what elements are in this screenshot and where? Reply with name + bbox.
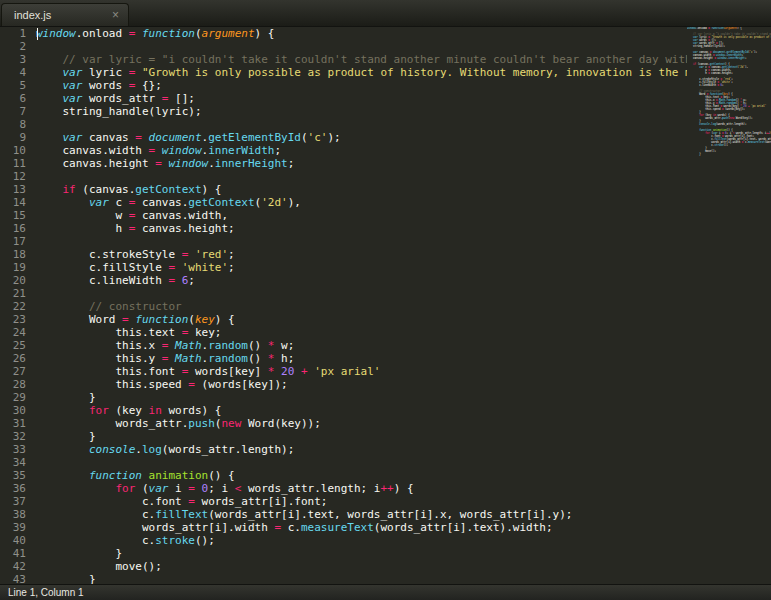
code-text: if (canvas.getContext) { bbox=[36, 183, 221, 196]
code-token: this.x bbox=[36, 339, 162, 352]
code-token: . bbox=[208, 157, 215, 170]
code-line: 3 // var lyric = "i couldn't take it cou… bbox=[0, 53, 771, 66]
code-token: h bbox=[36, 222, 129, 235]
code-line: 17 bbox=[0, 235, 771, 248]
text-cursor bbox=[37, 28, 38, 40]
code-line: 26 this.y = Math.random() * h; bbox=[0, 352, 771, 365]
code-token: console bbox=[699, 123, 710, 126]
close-icon[interactable]: × bbox=[112, 9, 119, 21]
code-token bbox=[36, 443, 89, 456]
code-text: h = canvas.height; bbox=[687, 72, 733, 75]
code-text: var c = canvas.getContext('2d'), bbox=[36, 196, 301, 209]
code-token: window bbox=[162, 144, 202, 157]
line-number: 21 bbox=[0, 287, 36, 300]
line-number: 34 bbox=[0, 456, 36, 469]
code-line: 30 for (key in words) { bbox=[0, 404, 771, 417]
code-token: canvas bbox=[82, 131, 135, 144]
code-token: this.speed bbox=[36, 378, 188, 391]
code-text: this.x = Math.random() * w; bbox=[36, 339, 294, 352]
code-token: []; bbox=[168, 92, 195, 105]
code-line: 25 this.x = Math.random() * w; bbox=[0, 339, 771, 352]
code-token: window bbox=[168, 157, 208, 170]
code-token bbox=[155, 144, 162, 157]
line-number: 18 bbox=[0, 248, 36, 261]
line-number: 30 bbox=[0, 404, 36, 417]
code-token: move(); bbox=[36, 560, 162, 573]
code-text: c.lineWidth = 6; bbox=[687, 84, 724, 87]
line-number: 38 bbox=[0, 508, 36, 521]
code-token bbox=[36, 404, 89, 417]
code-token: c.lineWidth bbox=[687, 84, 717, 87]
code-text: w = canvas.width, bbox=[36, 209, 228, 222]
code-token: for bbox=[89, 404, 109, 417]
code-text: for (key in words) { bbox=[36, 404, 221, 417]
code-text: canvas.width = window.innerWidth; bbox=[36, 144, 281, 157]
code-line: 43 } bbox=[0, 573, 771, 584]
code-token: i bbox=[168, 482, 188, 495]
line-number: 24 bbox=[0, 326, 36, 339]
code-text: string_handle(lyric); bbox=[687, 45, 725, 48]
line-number: 3 bbox=[0, 53, 36, 66]
code-text bbox=[36, 456, 43, 469]
code-token: "Growth is only possible as product of h… bbox=[711, 36, 771, 39]
code-text: console.log(words_attr.length); bbox=[687, 123, 746, 126]
code-token: (words[key]); bbox=[195, 378, 288, 391]
code-line: 36 for (var i = 0; i < words_attr.length… bbox=[0, 482, 771, 495]
code-token bbox=[175, 261, 182, 274]
code-token: (words_attr.length); bbox=[162, 443, 294, 456]
code-token: h; bbox=[274, 352, 294, 365]
code-text: h = canvas.height; bbox=[36, 222, 235, 235]
code-token: words_attr[i].font; bbox=[195, 495, 327, 508]
code-line: 35 function animation() { bbox=[0, 469, 771, 482]
code-token: ) { bbox=[215, 313, 235, 326]
line-number: 33 bbox=[0, 443, 36, 456]
code-token: } bbox=[36, 391, 96, 404]
code-line: 23 Word = function(key) { bbox=[0, 313, 771, 326]
code-token: document bbox=[149, 131, 202, 144]
code-line: 14 var c = canvas.getContext('2d'), bbox=[0, 196, 771, 209]
line-number: 39 bbox=[0, 521, 36, 534]
code-token bbox=[36, 482, 115, 495]
code-token: console bbox=[89, 443, 135, 456]
code-token: (words_attr[i].text).width; bbox=[765, 141, 771, 144]
code-line: 18 c.strokeStyle = 'red'; bbox=[0, 248, 771, 261]
code-token: = bbox=[135, 131, 142, 144]
code-text: window.onload = function(argument) { bbox=[687, 27, 742, 30]
line-number: 16 bbox=[0, 222, 36, 235]
code-line: 37 c.font = words_attr[i].font; bbox=[0, 495, 771, 508]
line-number: 22 bbox=[0, 300, 36, 313]
line-number: 7 bbox=[0, 105, 36, 118]
code-token: (key bbox=[109, 404, 149, 417]
code-token: ++ bbox=[380, 482, 393, 495]
code-token: = bbox=[122, 313, 129, 326]
code-token: ); bbox=[327, 131, 340, 144]
code-token: ) { bbox=[737, 27, 742, 30]
code-line: 19 c.fillStyle = 'white'; bbox=[0, 261, 771, 274]
code-token: var bbox=[63, 66, 83, 79]
code-token: "Growth is only possible as product of h… bbox=[142, 66, 751, 79]
code-token bbox=[195, 482, 202, 495]
code-token: Word bbox=[36, 313, 122, 326]
code-line: 40 c.stroke(); bbox=[0, 534, 771, 547]
code-token: ), bbox=[745, 66, 748, 69]
code-token: (words_attr[i].text, words_attr[i].x, wo… bbox=[208, 508, 572, 521]
code-token: ), bbox=[288, 196, 301, 209]
code-token: // var lyric = "i couldn't take it could… bbox=[36, 53, 738, 66]
code-editor[interactable]: 1window.onload = function(argument) {2 3… bbox=[0, 27, 771, 584]
minimap[interactable]: window.onload = function(argument) { // … bbox=[687, 27, 771, 584]
code-token: h bbox=[687, 72, 708, 75]
code-token bbox=[294, 365, 301, 378]
code-text: // var lyric = "i couldn't take it could… bbox=[36, 53, 738, 66]
code-token: Word(key)); bbox=[734, 117, 752, 120]
line-number: 13 bbox=[0, 183, 36, 196]
code-text: canvas.height = window.innerHeight; bbox=[36, 157, 294, 170]
code-token: ( bbox=[301, 131, 308, 144]
code-text: for (var i = 0; i < words_attr.length; i… bbox=[36, 482, 414, 495]
cursor-position-label: Line 1, Column 1 bbox=[8, 587, 84, 598]
code-token: c. bbox=[281, 521, 301, 534]
code-area[interactable]: 1window.onload = function(argument) {2 3… bbox=[0, 27, 771, 584]
tab-index-js[interactable]: index.js × bbox=[1, 3, 129, 26]
code-token: string_handle(lyric); bbox=[687, 45, 725, 48]
line-number: 14 bbox=[0, 196, 36, 209]
code-line: 11 canvas.height = window.innerHeight; bbox=[0, 157, 771, 170]
